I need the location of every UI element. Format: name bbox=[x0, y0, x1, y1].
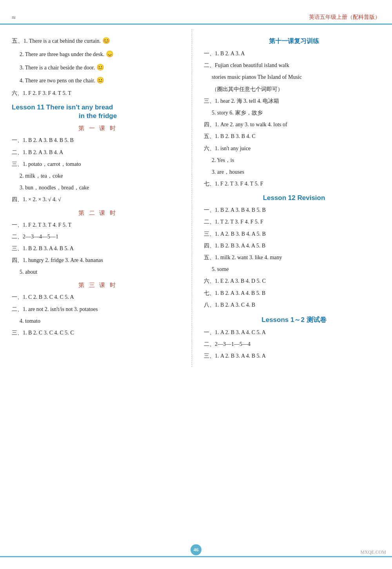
lesson11-review-title: 第十一课复习训练 bbox=[204, 37, 384, 45]
section-wu-item4: 4. There are two pens on the chair. 😐 bbox=[20, 75, 184, 86]
di-er-san: 三、1. B 2. B 3. A 4. B 5. A bbox=[12, 244, 184, 253]
di-er-si-2: 5. about bbox=[20, 267, 184, 277]
r11-er-3: （圈出其中任意七个词即可） bbox=[212, 84, 384, 94]
top-border bbox=[0, 24, 392, 25]
di-er-yi: 一、1. F 2. T 3. T 4. F 5. T bbox=[12, 220, 184, 230]
r12-qi: 七、1. B 2. A 3. A 4. B 5. B bbox=[204, 288, 384, 298]
r12-er: 二、1. T 2. T 3. F 4. F 5. F bbox=[204, 217, 384, 227]
test-er: 二、2—3—1—5—4 bbox=[204, 339, 384, 349]
di-yi-er: 二、1. B 2. A 3. B 4. A bbox=[12, 147, 184, 157]
face-1: 😊 bbox=[102, 35, 110, 47]
test-yi: 一、1. A 2. B 3. A 4. C 5. A bbox=[204, 327, 384, 337]
r12-yi: 一、1. B 2. A 3. B 4. B 5. B bbox=[204, 205, 384, 215]
r11-san-1: 三、1. hear 2. 海 3. tell 4. 电冰箱 bbox=[204, 96, 384, 106]
di-yi-san-3: 3. bun，noodles，bread，cake bbox=[20, 183, 184, 193]
r11-liu-1: 六、1. isn't any juice bbox=[204, 144, 384, 153]
di-yi-san-2: 2. milk，tea，coke bbox=[20, 171, 184, 181]
section-wu-item3: 3. There is a chair beside the door. 😐 bbox=[20, 62, 184, 73]
section-wu-label: 五、1. There is a cat behind the curtain. bbox=[12, 38, 101, 44]
header-right: 英语五年级上册（配科普版） bbox=[309, 14, 380, 21]
r11-er-2: stories music pianos The Island of Music bbox=[212, 72, 384, 82]
r11-wu: 五、1. B 2. B 3. B 4. C bbox=[204, 131, 384, 141]
di-san-er-1: 二、1. are not 2. isn't/is not 3. potatoes bbox=[12, 304, 184, 314]
r12-san: 三、1. A 2. B 3. B 4. A 5. B bbox=[204, 229, 384, 239]
r12-ba: 八、1. B 2. A 3. C 4. B bbox=[204, 300, 384, 310]
r11-san-2: 5. story 6. 家乡，故乡 bbox=[212, 108, 384, 118]
test-title: Lessons 1～2 测试卷 bbox=[261, 316, 326, 324]
test-title-block: Lessons 1～2 测试卷 bbox=[204, 315, 384, 324]
r11-liu-3: 3. are，houses bbox=[212, 167, 384, 177]
r11-yi: 一、1. B 2. A 3. A bbox=[204, 49, 384, 58]
section-wu: 五、1. There is a cat behind the curtain. … bbox=[12, 35, 184, 86]
di-san-yi: 一、1. C 2. B 3. C 4. C 5. A bbox=[12, 292, 184, 302]
di-yi-si: 四、1. × 2. × 3. √ 4. √ bbox=[12, 195, 184, 204]
lesson-title-line1: Lesson 11 There isn't any bread bbox=[12, 104, 184, 111]
right-column: 第十一课复习训练 一、1. B 2. A 3. A 二、Fujian clean… bbox=[192, 29, 392, 367]
di-san-san: 三、1. B 2. C 3. C 4. C 5. C bbox=[12, 328, 184, 338]
di-san-ke-shi-title: 第 三 课 时 bbox=[12, 282, 184, 289]
page-number: 46 bbox=[191, 544, 201, 555]
face-3: 😐 bbox=[96, 62, 104, 73]
lesson-title-block: Lesson 11 There isn't any bread in the f… bbox=[12, 104, 184, 120]
r11-liu-2: 2. Yes，is bbox=[212, 155, 384, 165]
r12-liu: 六、1. E 2. A 3. B 4. D 5. C bbox=[204, 276, 384, 286]
wu-item4-text: 4. There are two pens on the chair. bbox=[20, 78, 95, 84]
test-san: 三、1. A 2. B 3. A 4. B 5. A bbox=[204, 351, 384, 361]
book-title: 英语五年级上册（配科普版） bbox=[309, 14, 380, 20]
r11-er-1: 二、Fujian clean beautiful island walk bbox=[204, 60, 384, 70]
section-liu: 六、1. F 2. F 3. F 4. T 5. T bbox=[12, 88, 184, 98]
lesson12-title: Lesson 12 Revision bbox=[263, 194, 325, 202]
section-liu-label: 六、 bbox=[12, 90, 23, 96]
r11-si: 四、1. Are 2. any 3. to walk 4. lots of bbox=[204, 120, 384, 129]
di-er-er: 二、2—3—4—5—1 bbox=[12, 232, 184, 242]
header-icon: ≈ bbox=[12, 14, 16, 22]
r12-si: 四、1. B 2. B 3. A 4. A 5. B bbox=[204, 241, 384, 251]
r12-wu-1: 五、1. milk 2. want 3. like 4. many bbox=[204, 253, 384, 262]
left-column: 五、1. There is a cat behind the curtain. … bbox=[0, 29, 192, 367]
wu-item3-text: 3. There is a chair beside the door. bbox=[20, 65, 95, 71]
lesson-title-line2: in the fridge bbox=[12, 112, 184, 120]
di-er-ke-shi-title: 第 二 课 时 bbox=[12, 209, 184, 217]
content-area: 五、1. There is a cat behind the curtain. … bbox=[0, 0, 392, 391]
r11-qi: 七、1. F 2. T 3. F 4. T 5. F bbox=[204, 179, 384, 189]
page: ≈ 英语五年级上册（配科普版） 五、1. There is a cat behi… bbox=[0, 0, 392, 569]
wu-item2-text: 2. There are three bags under the desk. bbox=[20, 51, 104, 57]
di-er-si-1: 四、1. hungry 2. fridge 3. Are 4. bananas bbox=[12, 255, 184, 265]
watermark: MXQE.COM bbox=[360, 549, 386, 555]
section-wu-item2: 2. There are three bags under the desk. … bbox=[20, 49, 184, 60]
section-wu-header: 五、1. There is a cat behind the curtain. … bbox=[12, 35, 184, 47]
header-left: ≈ bbox=[12, 14, 16, 22]
bottom-border bbox=[0, 556, 392, 557]
watermark-text: MXQE.COM bbox=[360, 549, 386, 555]
di-yi-san-1: 三、1. potato，carrot，tomato bbox=[12, 159, 184, 169]
face-4: 😐 bbox=[96, 75, 104, 86]
di-yi-yi: 一、1. B 2. A 3. B 4. B 5. B bbox=[12, 135, 184, 145]
r12-wu-2: 5. some bbox=[212, 264, 384, 274]
lesson12-title-block: Lesson 12 Revision bbox=[204, 194, 384, 202]
di-yi-ke-shi-title: 第 一 课 时 bbox=[12, 125, 184, 132]
di-san-er-2: 4. tomato bbox=[20, 316, 184, 326]
face-2: 😞 bbox=[106, 49, 114, 60]
section-liu-text: 1. F 2. F 3. F 4. T 5. T bbox=[23, 90, 71, 96]
